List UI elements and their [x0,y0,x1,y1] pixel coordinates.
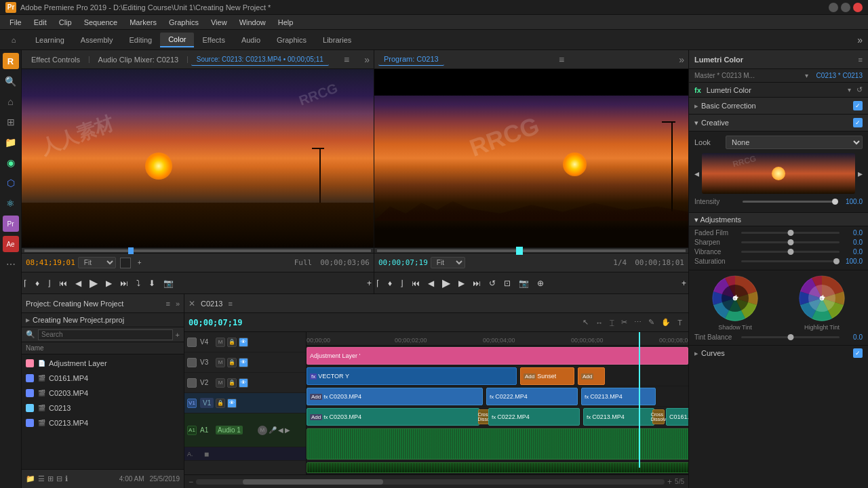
program-panel-expand[interactable]: » [679,54,684,65]
prog-add-marker-btn[interactable]: ♦ [386,277,394,290]
menu-clip[interactable]: Clip [54,17,77,28]
tl-zoom-out-btn[interactable]: − [189,477,193,487]
clip-v2-c0203[interactable]: Add fx C0203.MP4 [307,388,483,405]
window-controls[interactable] [829,3,863,12]
tl-scrollbar[interactable] [196,479,665,485]
tl-razor-tool[interactable]: ✂ [619,317,629,328]
highlight-tint-wheel[interactable]: + [798,274,846,322]
clip-v2-c0222[interactable]: fx C0222.MP4 [486,388,578,405]
tab-graphics[interactable]: Graphics [269,33,315,47]
minimize-button[interactable] [829,3,838,12]
saturation-value[interactable]: 100.0 [842,258,863,265]
intensity-slider[interactable] [743,201,838,203]
project-expand-btn[interactable]: » [176,300,180,308]
code-sidebar-icon[interactable]: ⬡ [3,175,19,191]
tl-scroll-thumb[interactable] [243,479,383,485]
prog-step-forward-btn[interactable]: ▶ [456,277,467,290]
source-settings-btn[interactable]: + [135,258,144,268]
source-safe-margins-btn[interactable] [120,258,131,268]
fx-dropdown[interactable]: ▾ [848,86,851,94]
source-panel-menu[interactable]: ≡ [344,54,349,65]
prog-vr-btn[interactable]: ⊕ [535,277,546,290]
audio-clip-main[interactable] [307,428,688,460]
tl-select-tool[interactable]: ↖ [580,317,591,328]
source-scrubber-head[interactable] [128,247,134,254]
tl-ripple-tool[interactable]: ⌶ [608,317,616,328]
fx-reset-btn[interactable]: ↺ [856,85,863,94]
program-panel-menu[interactable]: ≡ [559,54,564,65]
tab-effects[interactable]: Effects [194,33,233,47]
creative-section-header[interactable]: ▾ Creative ✓ [689,115,868,131]
more-sidebar-icon[interactable]: ⋯ [3,256,19,272]
pr-icon[interactable]: Pr [3,216,19,232]
sharpen-thumb[interactable] [787,239,793,245]
program-scrubber-bar[interactable] [374,247,688,253]
clip-sunset[interactable]: Add Sunset [520,367,574,385]
menu-edit[interactable]: Edit [28,17,52,28]
source-timecode[interactable]: 08;41;19;01 [26,258,75,267]
intensity-value[interactable]: 100.0 [842,198,863,205]
creative-checkbox[interactable]: ✓ [853,118,863,127]
tl-zoom-in-btn[interactable]: + [667,477,672,487]
look-select[interactable]: None Custom [726,136,863,149]
tab-libraries[interactable]: Libraries [315,33,359,47]
transition-cross-dissolve-2[interactable]: Cross Dissolv [652,409,665,424]
prog-add-btn[interactable]: + [679,277,688,290]
prog-step-back-btn[interactable]: ◀ [426,277,436,290]
v1-target-btn[interactable]: V1 [200,398,214,408]
timeline-playhead[interactable] [639,332,640,468]
intensity-thumb[interactable] [832,199,838,205]
v1-source-btn[interactable]: V1 [187,399,197,408]
a1-next-btn[interactable]: ▶ [285,426,290,434]
source-scrubber-track[interactable] [24,249,371,252]
tab-color[interactable]: Color [160,33,194,47]
search-sidebar-icon[interactable]: 🔍 [3,73,19,89]
v1-lock-btn[interactable]: 🔒 [216,399,225,408]
prog-go-out-btn[interactable]: ⏭ [471,277,483,290]
a1-prev-btn[interactable]: ◀ [278,426,283,434]
clip-v1-c0213[interactable]: fx C0213.MP4 [583,408,654,426]
source-panel-expand[interactable]: » [364,54,370,65]
clip-vector-y[interactable]: fx VECTOR Y [307,367,517,385]
project-expand-collapse[interactable]: ▸ [26,315,30,325]
tab-program[interactable]: Program: C0213 [378,53,444,66]
program-scrubber-head[interactable] [516,247,523,255]
fx-badge[interactable]: fx [694,86,701,94]
menu-window[interactable]: Window [234,17,271,28]
prog-loop-btn[interactable]: ↺ [487,277,498,290]
look-prev-btn[interactable]: ◂ [694,168,699,179]
source-export-btn[interactable]: 📷 [161,277,176,290]
list-item[interactable]: 🎬 C0161.MP4 [22,371,184,386]
v4-lock-btn[interactable]: 🔒 [227,338,237,347]
program-timecode[interactable]: 00;00;07;19 [378,258,428,267]
close-button[interactable] [853,3,863,12]
program-scrubber-track[interactable] [377,249,686,252]
source-step-back-btn[interactable]: ◀ [73,277,83,290]
curves-checkbox[interactable]: ✓ [853,348,863,358]
tl-slip-tool[interactable]: ⋯ [632,317,644,328]
v3-visibility-btn[interactable]: 👁 [239,358,248,367]
lumetri-menu-btn[interactable]: ≡ [859,56,863,64]
workspace-home[interactable]: ⌂ [5,32,22,48]
sharpen-value[interactable]: 0.0 [842,239,863,246]
source-overwrite-btn[interactable]: ⬇ [146,277,157,290]
source-step-forward-btn[interactable]: ▶ [104,277,114,290]
a2-audio-clip[interactable] [307,462,688,473]
clip-v1-c0203[interactable]: Add fx C0203.MP4 [307,408,479,426]
v4-toggle-btn[interactable]: M [216,338,225,347]
v2-lock-btn[interactable]: 🔒 [227,378,237,388]
v3-toggle-btn[interactable]: M [216,358,225,367]
layers-sidebar-icon[interactable]: ⊞ [3,114,19,130]
clip-sunset-2[interactable]: Add [578,367,605,385]
source-go-in-btn[interactable]: ⏮ [57,277,69,290]
v4-sync-btn[interactable] [187,338,197,347]
tab-source[interactable]: Source: C0213: C0213.MP4 • 00;00;05;11 [191,54,329,66]
faded-film-thumb[interactable] [787,230,793,236]
tint-balance-value[interactable]: 0.0 [842,333,863,341]
new-bin-btn[interactable]: 📁 [26,474,35,483]
menu-sequence[interactable]: Sequence [79,17,123,28]
vibrance-thumb[interactable] [787,249,793,255]
list-item[interactable]: 🎬 C0203.MP4 [22,386,184,401]
tab-assembly[interactable]: Assembly [73,33,121,47]
v4-visibility-btn[interactable]: 👁 [239,338,248,347]
